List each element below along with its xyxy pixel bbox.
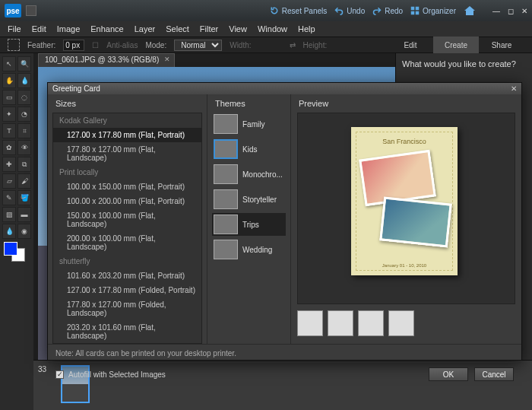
tool-shape[interactable]: ▬ (17, 207, 31, 222)
tool-fill[interactable]: 🪣 (17, 190, 31, 205)
theme-option[interactable]: Monochro... (212, 163, 286, 186)
menu-view[interactable]: View (229, 24, 247, 33)
menu-bar: File Edit Image Enhance Layer Select Fil… (0, 21, 532, 37)
menu-select[interactable]: Select (166, 24, 189, 33)
menu-image[interactable]: Image (57, 24, 81, 33)
reset-panels-button[interactable]: Reset Panels (270, 6, 327, 15)
minimize-button[interactable]: — (492, 7, 500, 15)
theme-thumb (214, 114, 238, 134)
ok-button[interactable]: OK (429, 367, 468, 381)
size-option[interactable]: 200.00 x 100.00 mm (Flat, Landscape) (53, 231, 201, 254)
size-option[interactable]: 177.80 x 127.00 mm (Folded, Landscape) (53, 297, 201, 320)
panel-layout-icon[interactable] (26, 5, 36, 16)
tool-lasso[interactable]: ◌ (17, 90, 31, 105)
app-logo: pse (5, 4, 21, 17)
card-photo (379, 196, 452, 247)
variant-thumb[interactable] (328, 310, 353, 336)
cancel-button[interactable]: Cancel (474, 367, 514, 381)
redo-label: Redo (385, 7, 403, 15)
mode-select[interactable]: Normal (174, 40, 222, 51)
menu-window[interactable]: Window (258, 24, 287, 33)
size-option[interactable]: 127.00 x 177.80 mm (Flat, Portrait) (53, 128, 201, 142)
theme-label: Family (242, 120, 264, 129)
tab-share[interactable]: Share (479, 37, 524, 53)
size-option[interactable]: 100.00 x 150.00 mm (Flat, Portrait) (53, 180, 201, 194)
toolbox: ↖ 🔍 ✋ 💧 ▭ ◌ ✦ ◔ T ⌗ ✿ 👁 ✚ ⧉ ▱ 🖌 ✎ 🪣 ▨ ▬ … (0, 53, 33, 410)
tool-blur[interactable]: 💧 (2, 224, 16, 239)
fg-color[interactable] (4, 242, 17, 256)
variant-thumb[interactable] (358, 310, 384, 336)
size-option[interactable]: 203.20 x 101.60 mm (Flat, Landscape) (53, 320, 201, 343)
dialog-title-bar[interactable]: Greeting Card ✕ (48, 83, 521, 94)
tool-redeye[interactable]: 👁 (17, 140, 31, 155)
tool-hand[interactable]: ✋ (2, 73, 16, 88)
maximize-button[interactable]: ◻ (508, 7, 514, 15)
theme-option[interactable]: Trips (212, 213, 286, 236)
tool-clone[interactable]: ⧉ (17, 157, 31, 172)
theme-option[interactable]: Kids (212, 138, 286, 161)
redo-icon (372, 6, 382, 15)
menu-filter[interactable]: Filter (200, 24, 218, 33)
tool-wand[interactable]: ✦ (2, 106, 16, 122)
tool-eraser[interactable]: ▱ (2, 173, 16, 189)
size-option[interactable]: 127.00 x 177.80 mm (Folded, Portrait) (53, 283, 201, 297)
size-option[interactable]: 101.60 x 203.20 mm (Flat, Portrait) (53, 269, 201, 283)
marquee-tool-icon[interactable] (8, 39, 20, 51)
theme-thumb (214, 189, 238, 209)
preview-area: San Francisco January 01 - 10, 2010 (297, 113, 515, 304)
close-icon[interactable]: ✕ (164, 56, 170, 63)
theme-label: Monochro... (242, 170, 283, 179)
tool-smart[interactable]: ✎ (2, 190, 16, 205)
document-tab[interactable]: 100_0601.JPG @ 33.3% (RGB/8) ✕ (38, 53, 175, 67)
size-group: Kodak Gallery (53, 113, 201, 128)
undo-icon (334, 6, 344, 15)
color-swatches[interactable] (2, 240, 31, 263)
sizes-list[interactable]: Kodak Gallery 127.00 x 177.80 mm (Flat, … (52, 113, 202, 344)
feather-input[interactable] (63, 40, 84, 51)
tool-type[interactable]: T (2, 123, 16, 138)
tool-sponge[interactable]: ◉ (17, 224, 31, 239)
tool-marquee[interactable]: ▭ (2, 90, 16, 105)
menu-layer[interactable]: Layer (135, 24, 156, 33)
tool-eyedrop[interactable]: 💧 (17, 73, 31, 88)
variant-thumb[interactable] (388, 310, 414, 336)
theme-option[interactable]: Storyteller (212, 188, 286, 211)
tool-heal[interactable]: ✚ (2, 157, 16, 172)
undo-button[interactable]: Undo (334, 6, 365, 15)
theme-option[interactable]: Wedding (212, 238, 286, 261)
tool-cookie[interactable]: ✿ (2, 140, 16, 155)
size-option[interactable]: 150.00 x 100.00 mm (Flat, Landscape) (53, 208, 201, 231)
theme-list[interactable]: Family Kids Monochro... Storyteller Trip… (207, 113, 290, 344)
menu-file[interactable]: File (8, 24, 21, 33)
tool-gradient[interactable]: ▨ (2, 207, 16, 222)
theme-thumb (214, 240, 238, 259)
size-option[interactable]: 100.00 x 200.00 mm (Flat, Portrait) (53, 194, 201, 208)
menu-enhance[interactable]: Enhance (90, 24, 123, 33)
variant-thumb[interactable] (297, 310, 323, 336)
size-group: Print locally (53, 165, 201, 180)
theme-option[interactable]: Family (212, 113, 286, 135)
autofill-checkbox[interactable]: ✓ (55, 370, 64, 379)
redo-button[interactable]: Redo (372, 6, 403, 15)
close-button[interactable]: ✕ (521, 7, 527, 15)
menu-help[interactable]: Help (298, 24, 315, 33)
tab-create[interactable]: Create (433, 37, 479, 53)
layout-variants (297, 307, 515, 339)
organizer-button[interactable]: Organizer (410, 6, 456, 15)
dialog-close-icon[interactable]: ✕ (511, 84, 517, 93)
options-bar: Feather: ☐ Anti-alias Mode: Normal Width… (0, 37, 532, 53)
tool-zoom[interactable]: 🔍 (17, 56, 31, 72)
tool-quicksel[interactable]: ◔ (17, 106, 31, 122)
tool-brush[interactable]: 🖌 (17, 173, 31, 189)
theme-label: Trips (242, 221, 259, 229)
tool-crop[interactable]: ⌗ (17, 123, 31, 138)
feather-label: Feather: (27, 41, 55, 49)
menu-edit[interactable]: Edit (32, 24, 46, 33)
size-option[interactable]: 177.80 x 127.00 mm (Flat, Landscape) (53, 142, 201, 165)
card-footer: January 01 - 10, 2010 (351, 263, 458, 268)
autofill-label: Autofill with Selected Images (68, 370, 166, 379)
tab-edit[interactable]: Edit (388, 37, 433, 53)
theme-thumb (214, 215, 238, 234)
home-icon[interactable] (464, 5, 476, 17)
tool-move[interactable]: ↖ (2, 56, 16, 72)
